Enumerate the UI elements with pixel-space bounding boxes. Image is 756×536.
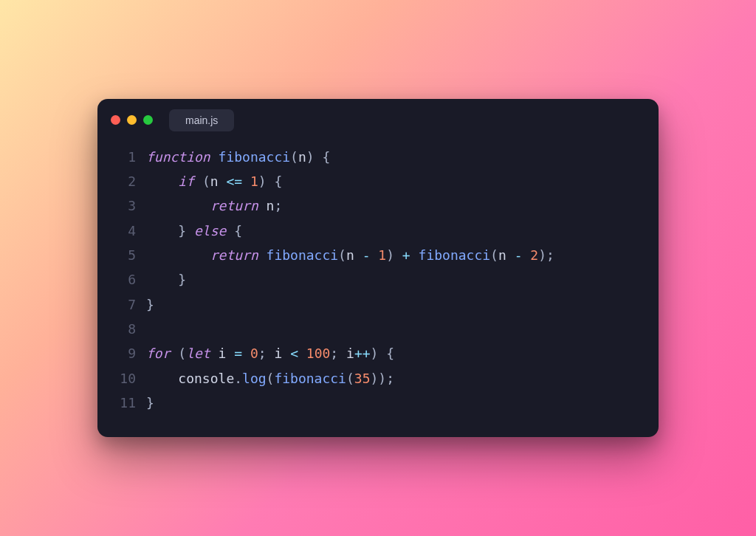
traffic-lights	[111, 115, 153, 125]
line-content: function fibonacci(n) {	[146, 145, 330, 169]
code-editor[interactable]: 1function fibonacci(n) {2 if (n <= 1) {3…	[97, 136, 659, 421]
code-line[interactable]: 7}	[114, 292, 641, 317]
line-number: 11	[114, 391, 136, 415]
close-icon[interactable]	[111, 115, 120, 125]
line-number: 7	[114, 292, 136, 317]
line-content: if (n <= 1) {	[146, 169, 282, 193]
line-number: 8	[114, 317, 136, 341]
line-number: 1	[114, 145, 136, 169]
line-content: }	[146, 267, 186, 292]
code-line[interactable]: 1function fibonacci(n) {	[114, 145, 641, 169]
code-line[interactable]: 4 } else {	[114, 219, 641, 243]
line-content: } else {	[146, 219, 242, 243]
line-number: 3	[114, 193, 136, 218]
line-number: 4	[114, 219, 136, 243]
code-line[interactable]: 9for (let i = 0; i < 100; i++) {	[114, 341, 641, 365]
line-number: 6	[114, 267, 136, 292]
line-content: }	[146, 391, 154, 415]
minimize-icon[interactable]	[127, 115, 137, 125]
code-line[interactable]: 6 }	[114, 267, 641, 292]
code-line[interactable]: 8	[114, 317, 641, 341]
code-line[interactable]: 2 if (n <= 1) {	[114, 169, 641, 193]
editor-window: main.js 1function fibonacci(n) {2 if (n …	[97, 99, 659, 437]
code-line[interactable]: 11}	[114, 391, 641, 415]
line-content: console.log(fibonacci(35));	[146, 366, 394, 391]
line-number: 10	[114, 366, 136, 391]
line-number: 9	[114, 341, 136, 365]
code-line[interactable]: 10 console.log(fibonacci(35));	[114, 366, 641, 391]
line-content: return fibonacci(n - 1) + fibonacci(n - …	[146, 243, 554, 267]
line-content: return n;	[146, 193, 282, 218]
zoom-icon[interactable]	[143, 115, 153, 125]
titlebar: main.js	[97, 99, 659, 136]
line-content: for (let i = 0; i < 100; i++) {	[146, 341, 394, 365]
code-line[interactable]: 3 return n;	[114, 193, 641, 218]
tab-filename[interactable]: main.js	[169, 109, 234, 131]
line-number: 2	[114, 169, 136, 193]
line-content: }	[146, 292, 154, 317]
line-number: 5	[114, 243, 136, 267]
code-line[interactable]: 5 return fibonacci(n - 1) + fibonacci(n …	[114, 243, 641, 267]
